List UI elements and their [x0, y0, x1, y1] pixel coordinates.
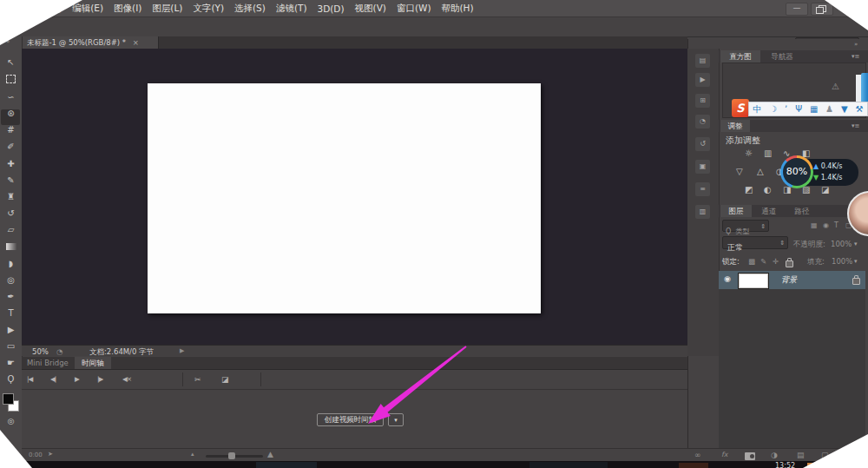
photo-corner — [803, 434, 868, 468]
photo-corner — [0, 430, 32, 468]
annotation-arrow — [0, 0, 868, 468]
photo-corner — [825, 0, 868, 30]
photoshop-window: 文件(F) 编辑(E) 图像(I) 图层(L) 文字(Y) 选择(S) 滤镜(T… — [0, 0, 868, 468]
photo-corner — [0, 0, 82, 45]
